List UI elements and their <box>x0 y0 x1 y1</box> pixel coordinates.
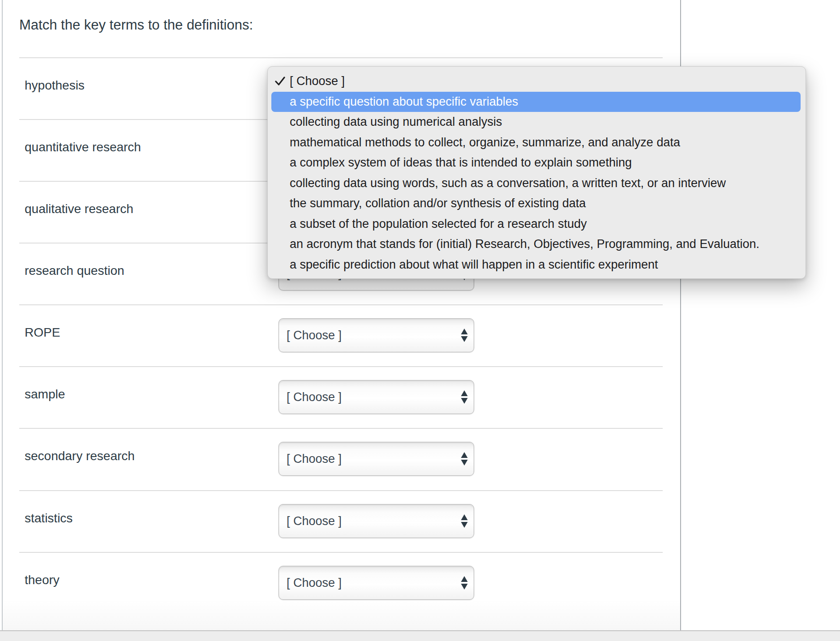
question-title: Match the key terms to the definitions: <box>19 16 557 34</box>
select-arrows-icon <box>461 329 468 342</box>
term-label-hypothesis: hypothesis <box>25 79 257 92</box>
term-label-theory: theory <box>25 573 257 587</box>
term-label-secondary-research: secondary research <box>25 449 257 463</box>
select-rope[interactable]: [ Choose ] <box>279 318 474 352</box>
dropdown-option[interactable]: an acronym that stands for (initial) Res… <box>268 234 806 255</box>
select-arrows-icon <box>461 390 468 404</box>
select-arrows-icon <box>461 452 468 466</box>
term-label-rope: ROPE <box>25 326 257 339</box>
term-label-sample: sample <box>25 388 257 401</box>
select-sample[interactable]: [ Choose ] <box>279 380 474 414</box>
select-value: [ Choose ] <box>287 329 342 342</box>
term-label-qualitative-research: qualitative research <box>25 202 257 216</box>
select-arrows-icon <box>461 576 468 590</box>
select-value: [ Choose ] <box>287 452 342 466</box>
row-divider <box>19 490 663 491</box>
select-theory[interactable]: [ Choose ] <box>279 566 474 600</box>
row-divider <box>19 552 663 553</box>
select-secondary-research[interactable]: [ Choose ] <box>279 442 474 476</box>
select-value: [ Choose ] <box>287 576 342 590</box>
row-divider <box>19 366 663 367</box>
select-value: [ Choose ] <box>287 390 342 404</box>
bottom-scroll-strip <box>0 631 840 641</box>
dropdown-option[interactable]: a complex system of ideas that is intend… <box>268 153 806 173</box>
row-divider <box>19 428 663 429</box>
dropdown-option-highlighted[interactable]: a specific question about specific varia… <box>271 92 801 112</box>
select-arrows-icon <box>461 514 468 528</box>
dropdown-option[interactable]: mathematical methods to collect, organiz… <box>268 132 806 153</box>
select-statistics[interactable]: [ Choose ] <box>279 504 474 538</box>
panel-bottom-fade <box>3 600 680 630</box>
dropdown-option[interactable]: collecting data using numerical analysis <box>268 112 806 132</box>
term-label-statistics: statistics <box>25 512 257 525</box>
term-label-quantitative-research: quantitative research <box>25 141 257 154</box>
dropdown-option[interactable]: a subset of the population selected for … <box>268 214 806 235</box>
row-divider <box>19 57 663 58</box>
native-select-dropdown: [ Choose ] a specific question about spe… <box>267 66 806 279</box>
dropdown-option[interactable]: collecting data using words, such as a c… <box>268 173 806 194</box>
quiz-page: { "title": "Match the key terms to the d… <box>0 0 840 641</box>
checkmark-icon <box>275 77 285 86</box>
term-label-research-question: research question <box>25 264 257 278</box>
dropdown-option[interactable]: the summary, collation and/or synthesis … <box>268 193 806 214</box>
row-divider <box>19 304 663 305</box>
dropdown-option-choose[interactable]: [ Choose ] <box>268 71 806 92</box>
dropdown-option[interactable]: a specific prediction about what will ha… <box>268 255 806 275</box>
select-value: [ Choose ] <box>287 514 342 528</box>
panel-left-border <box>2 0 3 631</box>
